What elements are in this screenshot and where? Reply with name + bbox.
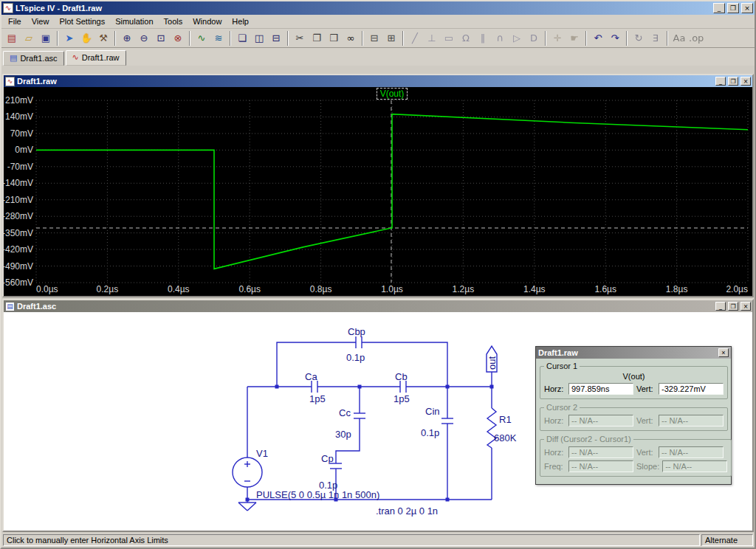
y-axis-label: -560mV xyxy=(2,277,33,288)
save-icon[interactable]: ▣ xyxy=(38,30,54,46)
print-icon[interactable]: ⊟ xyxy=(366,30,382,46)
trace-label-v-out[interactable]: V(out) xyxy=(377,88,408,100)
toolbar-separator xyxy=(402,31,404,46)
schematic-canvas-area[interactable]: Cbp 0.1p Ca 1p5 Cb 1p5 Cc 30p Cin 0.1p C… xyxy=(4,312,752,531)
schematic-restore-button[interactable]: ❐ xyxy=(728,302,738,311)
cursor1-trace-name: V(out) xyxy=(544,372,724,381)
schematic-window-title: Draft1.asc xyxy=(17,302,713,311)
run-icon[interactable]: ➤ xyxy=(61,30,78,46)
cursor2-vert-label: Vert: xyxy=(636,416,656,425)
paste-icon[interactable]: ❒ xyxy=(326,30,342,46)
zoom-back-icon[interactable]: ⊖ xyxy=(136,30,152,46)
y-axis[interactable]: 210mV140mV70mV0mV-70mV-140mV-210mV-280mV… xyxy=(4,100,35,283)
cbp-label[interactable]: Cbp xyxy=(348,326,365,337)
open-icon[interactable]: ▱ xyxy=(21,30,37,46)
ca-value[interactable]: 1p5 xyxy=(309,393,326,404)
toolbar-separator xyxy=(230,31,231,46)
draft-wire-icon[interactable]: ╱ xyxy=(407,30,423,46)
tran-directive[interactable]: .tran 0 2µ 0 1n xyxy=(376,505,438,517)
menu-tools[interactable]: Tools xyxy=(159,15,188,27)
tab-draft1-asc[interactable]: ▤Draft1.asc xyxy=(3,51,64,66)
y-axis-label: -280mV xyxy=(2,211,33,221)
undo-icon[interactable]: ↶ xyxy=(590,30,606,46)
main-titlebar[interactable]: ∿ LTspice IV - Draft1.raw _ ❐ × xyxy=(1,1,755,15)
control-panel-icon[interactable]: ⚒ xyxy=(95,30,111,46)
waveform-window-titlebar[interactable]: ∿ Draft1.raw _ ❐ × xyxy=(4,75,752,87)
tile-vertical-icon[interactable]: ◫ xyxy=(251,30,267,46)
zoom-full-extents-icon[interactable]: ⊗ xyxy=(170,30,186,46)
out-net-label[interactable]: out xyxy=(487,356,498,370)
cursor-dialog-titlebar[interactable]: Draft1.raw × xyxy=(536,347,731,359)
r1-label[interactable]: R1 xyxy=(499,414,512,425)
cursor1-horz-input[interactable] xyxy=(568,383,633,395)
cb-value[interactable]: 1p5 xyxy=(394,393,410,404)
new-schematic-icon[interactable]: ▤ xyxy=(4,30,20,46)
zoom-fit-icon[interactable]: ⊡ xyxy=(153,30,169,46)
restore-button[interactable]: ❐ xyxy=(727,3,739,13)
move-icon[interactable]: ✛ xyxy=(549,30,566,46)
plot-grid[interactable] xyxy=(36,100,748,283)
schematic-window-titlebar[interactable]: ▤ Draft1.asc _ ❐ × xyxy=(4,300,752,312)
x-axis-label: 1.2µs xyxy=(453,284,475,294)
cursor1-vert-input[interactable] xyxy=(659,383,724,395)
cursor-dialog-close-button[interactable]: × xyxy=(718,348,729,357)
cp-label[interactable]: Cp xyxy=(321,453,334,464)
cb-label[interactable]: Cb xyxy=(395,371,408,382)
cut-icon[interactable]: ✂ xyxy=(292,30,308,46)
resistor-icon[interactable]: Ω xyxy=(458,30,474,46)
menu-window[interactable]: Window xyxy=(188,15,227,27)
label-net-icon[interactable]: ▭ xyxy=(441,30,457,46)
close-button[interactable]: × xyxy=(741,3,753,13)
text-icon[interactable]: Aa xyxy=(671,30,687,46)
x-axis-label: 0.6µs xyxy=(238,284,261,294)
v1-value[interactable]: PULSE(5 0 0.5µ 1n 1n 500n) xyxy=(256,489,379,500)
waveform-file-icon: ∿ xyxy=(72,52,79,62)
zoom-in-icon[interactable]: ⊕ xyxy=(119,30,135,46)
schematic-close-button[interactable]: × xyxy=(740,302,751,311)
rotate-icon[interactable]: ↻ xyxy=(630,30,647,46)
component-icon[interactable]: D xyxy=(526,30,542,46)
menu-simulation[interactable]: Simulation xyxy=(110,15,158,27)
schematic-minimize-button[interactable]: _ xyxy=(715,302,726,311)
redo-icon[interactable]: ↷ xyxy=(607,30,623,46)
y-axis-label: 0mV xyxy=(15,145,33,155)
ca-label[interactable]: Ca xyxy=(305,371,317,382)
plot-settings-icon[interactable]: ≋ xyxy=(210,30,227,46)
tab-draft1-raw[interactable]: ∿Draft1.raw xyxy=(66,50,126,66)
halt-icon[interactable]: ✋ xyxy=(78,30,94,46)
waveform-close-button[interactable]: × xyxy=(740,77,751,86)
diode-icon[interactable]: ▷ xyxy=(509,30,525,46)
menu-file[interactable]: File xyxy=(3,15,27,27)
menu-help[interactable]: Help xyxy=(227,15,254,27)
cursor2-horz-label: Horz: xyxy=(544,416,566,425)
waveform-plot-svg[interactable] xyxy=(36,100,748,283)
cbp-value[interactable]: 0.1p xyxy=(346,352,365,363)
waveform-plot-area[interactable]: V(out) 210mV140mV70mV0mV-70mV-140mV-210m… xyxy=(4,87,752,296)
cc-label[interactable]: Cc xyxy=(339,407,351,418)
cin-value[interactable]: 0.1p xyxy=(421,427,439,438)
menu-plot-settings[interactable]: Plot Settings xyxy=(54,15,110,27)
copy-icon[interactable]: ❐ xyxy=(309,30,325,46)
v1-label[interactable]: V1 xyxy=(256,448,268,459)
capacitor-icon[interactable]: ‖ xyxy=(475,30,491,46)
ground-icon[interactable]: ⊥ xyxy=(424,30,440,46)
cursor1-horz-label: Horz: xyxy=(544,384,566,393)
cc-value[interactable]: 30p xyxy=(335,429,351,440)
mirror-icon[interactable]: Ǝ xyxy=(647,30,664,46)
drag-icon[interactable]: ☛ xyxy=(566,30,583,46)
spice-directive-icon[interactable]: .op xyxy=(688,30,704,46)
tab-label: Draft1.asc xyxy=(20,54,57,63)
tile-horizontal-icon[interactable]: ⊟ xyxy=(268,30,284,46)
minimize-button[interactable]: _ xyxy=(713,3,725,13)
cin-label[interactable]: Cin xyxy=(425,406,440,417)
waveform-restore-button[interactable]: ❐ xyxy=(728,77,738,86)
cascade-windows-icon[interactable]: ❏ xyxy=(234,30,250,46)
inductor-icon[interactable]: ∩ xyxy=(492,30,508,46)
print-preview-icon[interactable]: ⊞ xyxy=(383,30,399,46)
menu-view[interactable]: View xyxy=(27,15,55,27)
find-icon[interactable]: ∞ xyxy=(343,30,359,46)
x-axis[interactable]: 0.0µs0.2µs0.4µs0.6µs0.8µs1.0µs1.2µs1.4µs… xyxy=(36,284,748,295)
waveform-minimize-button[interactable]: _ xyxy=(715,77,726,86)
autorange-y-axis-icon[interactable]: ∿ xyxy=(193,30,210,46)
r1-value[interactable]: 680K xyxy=(494,432,517,443)
